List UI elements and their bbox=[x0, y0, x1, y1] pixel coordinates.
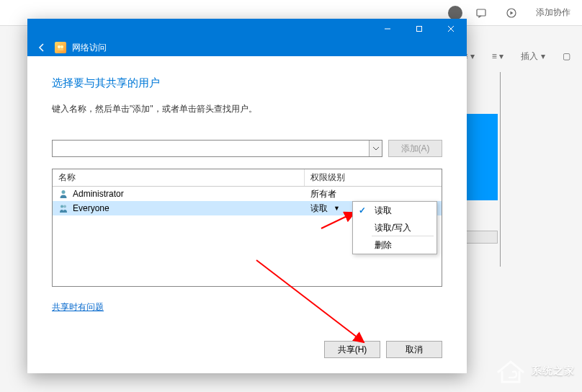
cancel-button[interactable]: 取消 bbox=[386, 341, 442, 358]
user-name: Everyone bbox=[73, 203, 109, 213]
dialog-heading: 选择要与其共享的用户 bbox=[52, 76, 442, 90]
avatar[interactable] bbox=[448, 6, 462, 20]
svg-point-7 bbox=[61, 45, 63, 48]
user-name: Administrator bbox=[73, 189, 124, 199]
numbered-list-icon[interactable]: ≡ ▾ bbox=[486, 48, 509, 64]
column-permission[interactable]: 权限级别 bbox=[305, 169, 442, 186]
watermark: 系统之家 bbox=[496, 357, 575, 385]
add-button[interactable]: 添加(A) bbox=[388, 140, 442, 157]
chat-icon[interactable] bbox=[470, 4, 493, 22]
menu-item-read[interactable]: ✓ 读取 bbox=[353, 202, 436, 219]
menu-item-read-write[interactable]: 读取/写入 bbox=[353, 219, 436, 236]
play-icon[interactable] bbox=[500, 4, 523, 22]
background-border bbox=[498, 72, 501, 267]
watermark-text: 系统之家 bbox=[532, 365, 575, 378]
table-row[interactable]: Administrator 所有者 bbox=[53, 187, 442, 201]
svg-rect-8 bbox=[58, 48, 63, 50]
network-access-icon bbox=[55, 42, 66, 53]
combo-dropdown-button[interactable] bbox=[369, 141, 382, 156]
help-link[interactable]: 共享时有问题 bbox=[52, 301, 104, 313]
user-permission: 读取 bbox=[310, 202, 328, 215]
close-button[interactable] bbox=[435, 19, 467, 39]
svg-point-6 bbox=[58, 45, 61, 48]
permission-menu: ✓ 读取 读取/写入 删除 bbox=[352, 201, 437, 254]
group-icon bbox=[58, 203, 68, 213]
svg-point-9 bbox=[62, 190, 66, 194]
user-permission: 所有者 bbox=[310, 188, 336, 200]
back-icon[interactable] bbox=[35, 43, 49, 53]
table-header: 名称 权限级别 bbox=[53, 169, 442, 187]
user-combo-input[interactable] bbox=[52, 140, 382, 157]
dialog-subtext: 键入名称，然后单击"添加"，或者单击箭头查找用户。 bbox=[52, 103, 442, 115]
share-button[interactable]: 共享(H) bbox=[324, 341, 380, 358]
users-table: 名称 权限级别 Administrator 所有者 bbox=[52, 169, 442, 287]
dialog-navbar: 网络访问 bbox=[27, 39, 467, 56]
chevron-down-icon[interactable]: ▼ bbox=[333, 205, 340, 212]
check-icon: ✓ bbox=[359, 205, 366, 215]
box-icon[interactable]: ▢ bbox=[557, 48, 576, 64]
svg-point-11 bbox=[63, 205, 66, 208]
maximize-button[interactable] bbox=[403, 19, 435, 39]
titlebar bbox=[27, 19, 467, 39]
svg-rect-0 bbox=[477, 9, 485, 16]
dialog-title: 网络访问 bbox=[72, 42, 107, 54]
user-icon bbox=[58, 189, 68, 199]
minimize-button[interactable] bbox=[372, 19, 403, 39]
insert-menu[interactable]: 插入 ▾ bbox=[515, 48, 551, 66]
add-collaborator-button[interactable]: 添加协作 bbox=[530, 4, 576, 22]
watermark-logo-icon bbox=[496, 357, 526, 385]
menu-item-delete[interactable]: 删除 bbox=[353, 236, 436, 254]
svg-rect-3 bbox=[417, 27, 422, 32]
svg-point-10 bbox=[61, 205, 63, 208]
network-access-dialog: 网络访问 选择要与其共享的用户 键入名称，然后单击"添加"，或者单击箭头查找用户… bbox=[27, 19, 467, 373]
column-name[interactable]: 名称 bbox=[53, 169, 305, 186]
